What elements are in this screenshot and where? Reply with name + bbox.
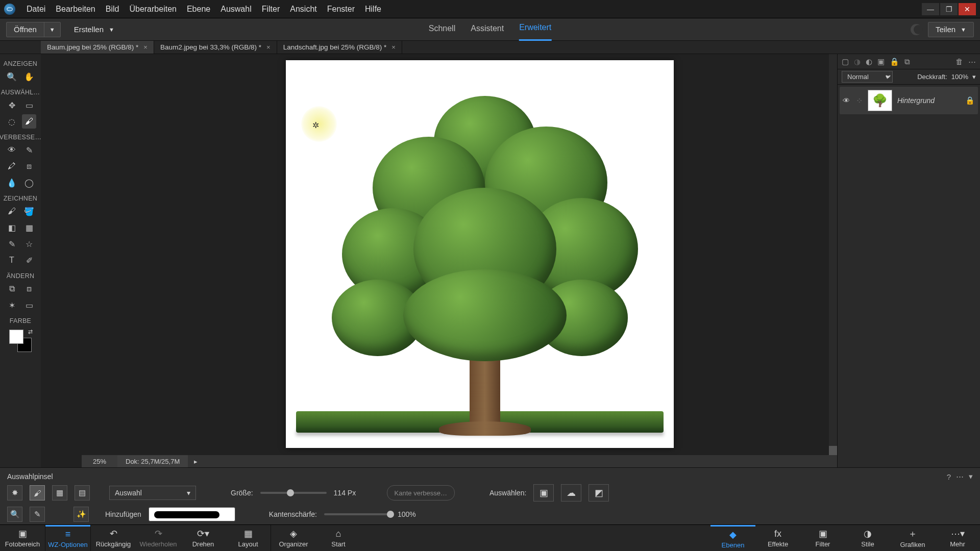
window-minimize-button[interactable]: — <box>922 3 939 15</box>
straighten-tool[interactable]: ▭ <box>22 298 36 312</box>
lasso-tool[interactable]: ◌ <box>5 114 19 129</box>
adjustment-icon[interactable]: ◐ <box>866 57 872 66</box>
layer-item[interactable]: 👁 ⁘ 🌳 Hintergrund 🔒 <box>840 87 978 114</box>
quick-select-mode[interactable]: ✸ <box>7 485 22 500</box>
marquee-tool[interactable]: ▭ <box>22 98 36 112</box>
taskbar-layers[interactable]: ◆Ebenen <box>710 525 755 551</box>
select-background-button[interactable]: ◩ <box>589 484 609 502</box>
more-icon[interactable]: ⋯ <box>968 57 976 66</box>
size-value[interactable]: 114 Px <box>334 489 362 497</box>
brush-preview[interactable] <box>149 507 235 521</box>
size-slider[interactable] <box>260 492 327 494</box>
menu-bild[interactable]: Bild <box>101 3 125 16</box>
play-icon[interactable]: ▸ <box>190 458 202 465</box>
menu-hilfe[interactable]: Hilfe <box>360 3 386 16</box>
crop-tool[interactable]: ⧉ <box>5 282 19 296</box>
content-aware-tool[interactable]: ✶ <box>5 298 19 312</box>
taskbar-undo[interactable]: ↶Rückgängig <box>91 525 136 551</box>
brush-tool[interactable]: 🖌 <box>5 204 19 218</box>
dark-mode-icon[interactable] <box>911 24 922 35</box>
eraser-tool[interactable]: ◧ <box>5 220 19 235</box>
menu-filter[interactable]: Filter <box>257 3 285 16</box>
taskbar-fotobereich[interactable]: ▣Fotobereich <box>0 525 45 551</box>
color-replace-tool[interactable]: ✐ <box>22 253 36 267</box>
zoom-level[interactable]: 25% <box>82 455 117 467</box>
taskbar-effects[interactable]: fxEffekte <box>755 525 800 551</box>
open-button[interactable]: Öffnen ▼ <box>6 22 61 37</box>
paint-bucket-tool[interactable]: 🪣 <box>22 204 36 218</box>
clone-stamp-tool[interactable]: ⧇ <box>22 159 36 173</box>
hand-tool[interactable]: ✋ <box>22 69 36 84</box>
taskbar-start[interactable]: ⌂Start <box>316 525 361 551</box>
gradient-tool[interactable]: ▦ <box>22 220 36 235</box>
shape-tool[interactable]: ☆ <box>22 237 36 251</box>
foreground-color-swatch[interactable] <box>9 330 23 344</box>
hardness-slider[interactable] <box>324 513 390 515</box>
opacity-value[interactable]: 100% <box>951 73 968 81</box>
pencil-tool[interactable]: ✎ <box>5 237 19 251</box>
tab-guided[interactable]: Assistent <box>471 18 504 41</box>
select-sky-button[interactable]: ☁ <box>561 484 581 502</box>
mask-icon[interactable]: ◑ <box>854 57 861 66</box>
chevron-down-icon[interactable]: ▾ <box>972 73 976 81</box>
document-tab[interactable]: Landschaft.jpg bei 25% (RGB/8) * × <box>277 41 402 54</box>
document-canvas[interactable]: ✲ <box>286 60 674 448</box>
zoom-option[interactable]: 🔍 <box>7 507 22 522</box>
window-close-button[interactable]: ✕ <box>959 3 976 15</box>
move-tool[interactable]: ✥ <box>5 98 19 112</box>
menu-bearbeiten[interactable]: Bearbeiten <box>51 3 100 16</box>
magic-wand-mode[interactable]: ▦ <box>52 485 67 500</box>
mode-dropdown[interactable]: Auswahl ▾ <box>109 486 196 500</box>
new-layer-icon[interactable]: ▢ <box>842 57 849 66</box>
taskbar-tool-options[interactable]: ≡WZ-Optionen <box>45 525 90 551</box>
lock-icon[interactable]: 🔒 <box>965 96 975 105</box>
subtract-option[interactable]: ✎ <box>30 507 45 522</box>
taskbar-layout[interactable]: ▦Layout <box>226 525 271 551</box>
swap-colors-icon[interactable]: ⇄ <box>28 329 33 335</box>
window-maximize-button[interactable]: ❐ <box>940 3 958 15</box>
link-icon[interactable]: ⧉ <box>904 57 910 66</box>
auto-option[interactable]: ✨ <box>74 507 89 522</box>
select-subject-button[interactable]: ▣ <box>533 484 554 502</box>
menu-ueberarbeiten[interactable]: Überarbeiten <box>124 3 182 16</box>
blur-tool[interactable]: 💧 <box>5 176 19 190</box>
menu-ansicht[interactable]: Ansicht <box>285 3 322 16</box>
eye-tool[interactable]: 👁 <box>5 143 19 157</box>
tab-quick[interactable]: Schnell <box>429 18 455 41</box>
taskbar-rotate[interactable]: ⟳▾Drehen <box>181 525 226 551</box>
layer-thumbnail[interactable]: 🌳 <box>868 90 892 111</box>
trash-icon[interactable]: 🗑 <box>955 57 963 66</box>
menu-fenster[interactable]: Fenster <box>322 3 360 16</box>
color-swatch[interactable]: ⇄ <box>9 330 32 352</box>
taskbar-organizer[interactable]: ◈Organizer <box>271 525 316 551</box>
close-icon[interactable]: × <box>391 43 396 51</box>
menu-datei[interactable]: Datei <box>21 3 51 16</box>
lock-icon[interactable]: 🔒 <box>890 57 899 66</box>
taskbar-filters[interactable]: ▣Filter <box>800 525 845 551</box>
vertical-scrollbar[interactable] <box>829 54 837 455</box>
selection-brush-tool[interactable]: 🖌 <box>22 114 36 129</box>
canvas-area[interactable]: ✲ 25% Dok: 25,7M/25,7M ▸ <box>41 54 837 467</box>
layer-name[interactable]: Hintergrund <box>897 96 960 105</box>
sponge-tool[interactable]: ◯ <box>22 176 36 190</box>
collapse-icon[interactable]: ▾ <box>969 472 973 481</box>
help-icon[interactable]: ? <box>947 472 951 481</box>
recompose-tool[interactable]: ⧈ <box>22 282 36 296</box>
more-icon[interactable]: ⋯ <box>956 472 964 481</box>
open-dropdown-icon[interactable]: ▼ <box>44 22 60 37</box>
taskbar-styles[interactable]: ◑Stile <box>845 525 890 551</box>
spot-heal-tool[interactable]: ✎ <box>22 143 36 157</box>
taskbar-more[interactable]: ⋯▾Mehr <box>935 525 980 551</box>
zoom-tool[interactable]: 🔍 <box>5 69 19 84</box>
tab-expert[interactable]: Erweitert <box>519 18 551 41</box>
blend-mode-select[interactable]: Normal <box>842 71 893 83</box>
refine-edge-button[interactable]: Kante verbesse… <box>387 485 455 500</box>
text-tool[interactable]: T <box>5 253 19 267</box>
selection-brush-mode[interactable]: 🖌 <box>30 485 45 500</box>
document-tab[interactable]: Baum2.jpeg bei 33,3% (RGB/8) * × <box>154 41 277 54</box>
camera-icon[interactable]: ▣ <box>877 57 885 66</box>
taskbar-graphics[interactable]: ＋Grafiken <box>890 525 935 551</box>
share-button[interactable]: Teilen ▼ <box>928 22 974 37</box>
refine-mode[interactable]: ▤ <box>75 485 90 500</box>
taskbar-redo[interactable]: ↷Wiederholen <box>136 525 181 551</box>
